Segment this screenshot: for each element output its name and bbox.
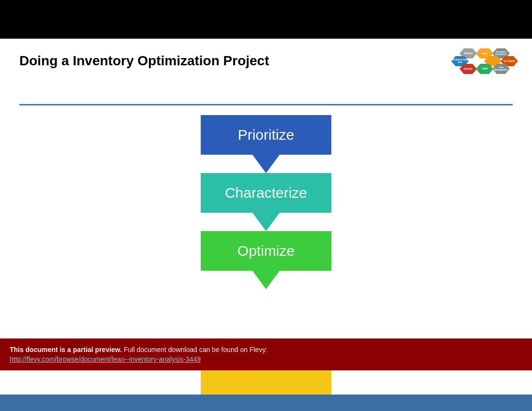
top-black-bar (0, 0, 532, 39)
partial-yellow-box (201, 370, 331, 395)
characterize-box: Characterize (201, 173, 331, 213)
preview-text: This document is a partial preview. Full… (10, 344, 522, 355)
prioritize-box: Prioritize (201, 115, 331, 155)
slide-title: Doing a Inventory Optimization Project (19, 48, 269, 69)
bottom-blue-bar (0, 395, 532, 411)
hex-logo: Sitizen Lean Operation Excellence Busine… (459, 48, 513, 99)
characterize-label: Characterize (225, 185, 307, 201)
flow-diagram: Prioritize Characterize Optimize (0, 115, 532, 289)
prioritize-label: Prioritize (238, 127, 295, 143)
preview-normal-text: Full document download can be found on F… (122, 346, 267, 353)
arrow-characterize (252, 213, 280, 231)
preview-banner: This document is a partial preview. Full… (0, 338, 532, 370)
slide-container: Doing a Inventory Optimization Project S… (0, 39, 532, 338)
header-divider (19, 104, 513, 105)
preview-bold-text: This document is a partial preview. (10, 346, 122, 353)
preview-link[interactable]: http://flevy.com/browse/document/lean--i… (10, 355, 201, 363)
arrow-optimize (252, 271, 280, 289)
arrow-prioritize (252, 155, 280, 173)
optimize-box: Optimize (201, 231, 331, 271)
slide-header: Doing a Inventory Optimization Project S… (0, 39, 532, 104)
optimize-label: Optimize (237, 243, 295, 259)
partial-yellow-box-container (0, 370, 532, 395)
